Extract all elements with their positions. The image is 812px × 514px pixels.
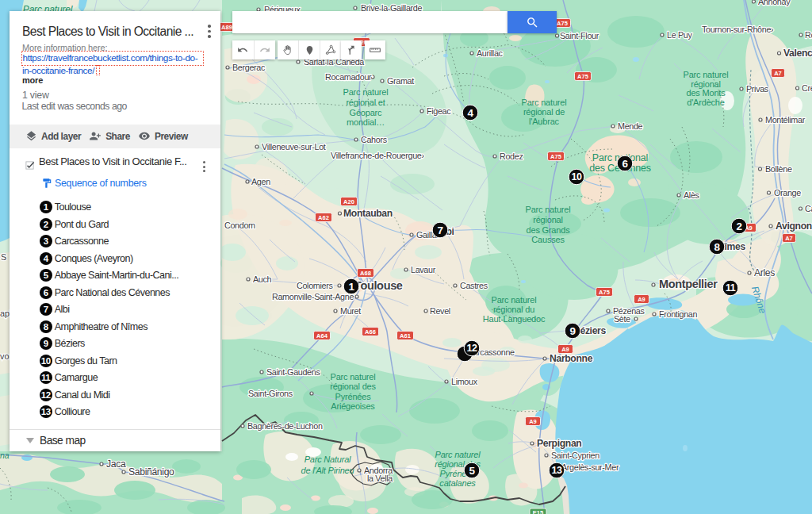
svg-text:A64: A64 xyxy=(316,332,328,339)
svg-text:Agen: Agen xyxy=(251,177,270,186)
svg-text:Géoparc: Géoparc xyxy=(350,108,382,117)
svg-text:Parc naturel: Parc naturel xyxy=(526,205,571,214)
svg-text:Causses: Causses xyxy=(531,235,565,244)
svg-text:Saint-Cyprien: Saint-Cyprien xyxy=(551,451,599,460)
svg-text:Saint-Gaudens: Saint-Gaudens xyxy=(266,367,320,377)
svg-text:A89: A89 xyxy=(221,24,232,31)
svg-text:12: 12 xyxy=(467,343,477,354)
svg-text:Villeneuve-sur-Lot: Villeneuve-sur-Lot xyxy=(262,142,326,152)
svg-text:Condom: Condom xyxy=(224,221,255,230)
svg-text:Figeac: Figeac xyxy=(427,106,451,116)
svg-text:Revel: Revel xyxy=(430,306,450,316)
svg-text:Toulouse: Toulouse xyxy=(354,279,403,292)
svg-text:Parc naturel: Parc naturel xyxy=(684,70,729,79)
svg-text:Alès: Alès xyxy=(684,190,700,200)
svg-text:Tournon-sur-Rhône›: Tournon-sur-Rhône› xyxy=(702,25,774,34)
svg-text:Privas: Privas xyxy=(746,84,769,94)
svg-text:Parc naturel: Parc naturel xyxy=(492,295,537,305)
svg-text:Montauban: Montauban xyxy=(343,208,393,219)
svg-text:A75: A75 xyxy=(599,289,610,296)
svg-text:Frontignan: Frontignan xyxy=(659,309,697,319)
svg-text:Lavaur: Lavaur xyxy=(411,265,436,274)
svg-text:8: 8 xyxy=(714,241,720,253)
svg-text:Limoux: Limoux xyxy=(451,377,478,386)
svg-text:na: na xyxy=(0,451,10,460)
svg-text:4: 4 xyxy=(467,107,473,119)
svg-text:Arles: Arles xyxy=(754,267,775,278)
svg-text:A20: A20 xyxy=(343,198,354,205)
svg-text:Bollène: Bollène xyxy=(765,164,792,174)
svg-text:Saint-Girons: Saint-Girons xyxy=(248,389,293,398)
svg-text:d'Ardèche: d'Ardèche xyxy=(687,98,724,107)
svg-text:Pyrénées: Pyrénées xyxy=(335,392,372,401)
svg-text:Ariégeoises: Ariégeoises xyxy=(331,401,375,411)
svg-text:A75: A75 xyxy=(577,73,588,80)
svg-text:Cahors: Cahors xyxy=(361,135,388,144)
svg-text:Sète: Sète xyxy=(614,314,630,324)
svg-text:Rocamadour: Rocamadour xyxy=(325,72,372,82)
svg-text:des Grands: des Grands xyxy=(527,225,571,235)
svg-text:régional du: régional du xyxy=(493,305,534,314)
svg-text:régional de: régional de xyxy=(523,107,565,117)
svg-text:Rodez: Rodez xyxy=(500,152,523,161)
svg-text:régional et: régional et xyxy=(346,98,385,107)
svg-text:Valence: Valence xyxy=(783,48,812,59)
svg-text:Parc Natural: Parc Natural xyxy=(304,455,351,464)
svg-text:Ramonville-Saint-Agne: Ramonville-Saint-Agne xyxy=(272,292,354,301)
svg-text:la Vella: la Vella xyxy=(367,474,393,483)
svg-text:Parc naturel: Parc naturel xyxy=(522,98,567,107)
svg-text:Annonay: Annonay xyxy=(758,0,791,6)
svg-text:Cre: Cre xyxy=(802,83,812,93)
svg-text:Gramat: Gramat xyxy=(387,76,414,86)
svg-text:Villefranche-de-Rouergue›: Villefranche-de-Rouergue› xyxy=(331,151,424,160)
svg-text:Parc naturel: Parc naturel xyxy=(331,372,376,382)
svg-text:Ca: Ca xyxy=(805,204,812,213)
svg-text:Parc naturel: Parc naturel xyxy=(435,450,481,459)
svg-text:A75: A75 xyxy=(557,20,568,27)
svg-text:A61: A61 xyxy=(400,332,411,339)
svg-text:A75: A75 xyxy=(550,153,561,160)
svg-text:Mende: Mende xyxy=(618,121,643,131)
svg-text:A9: A9 xyxy=(638,296,645,303)
svg-text:Jaca: Jaca xyxy=(106,458,126,470)
svg-text:E15: E15 xyxy=(533,509,543,514)
svg-text:A68: A68 xyxy=(360,270,371,277)
svg-text:11: 11 xyxy=(726,282,736,293)
svg-text:Le Puy: Le Puy xyxy=(667,30,692,40)
svg-text:mondial…: mondial… xyxy=(347,117,385,127)
svg-text:Montélimar: Montélimar xyxy=(765,115,806,125)
svg-text:2: 2 xyxy=(736,221,741,232)
svg-text:A7: A7 xyxy=(785,235,793,242)
svg-text:régional des: régional des xyxy=(330,382,376,391)
svg-text:Perpignan: Perpignan xyxy=(537,438,581,449)
svg-text:7: 7 xyxy=(437,224,442,236)
svg-text:A9: A9 xyxy=(529,418,537,425)
svg-text:l'Aubrac: l'Aubrac xyxy=(529,117,559,126)
svg-text:Narbonne: Narbonne xyxy=(550,353,593,364)
svg-text:Colomiers: Colomiers xyxy=(297,281,333,290)
svg-text:A66: A66 xyxy=(365,328,376,336)
svg-text:Montpellier: Montpellier xyxy=(659,278,718,290)
svg-text:Sabiñánigo: Sabiñánigo xyxy=(128,466,174,478)
svg-text:Parc naturel: Parc naturel xyxy=(343,87,389,97)
svg-text:Aurillac: Aurillac xyxy=(477,48,504,58)
svg-text:Orange: Orange xyxy=(774,188,801,198)
svg-text:Haut-Languedoc: Haut-Languedoc xyxy=(483,314,546,324)
svg-text:Bagnères-de-Luchon: Bagnères-de-Luchon xyxy=(247,421,323,431)
svg-text:A9: A9 xyxy=(561,346,569,353)
svg-text:Auch: Auch xyxy=(253,274,272,284)
svg-text:A7: A7 xyxy=(774,70,782,77)
svg-text:Argelès-sur-Mer: Argelès-sur-Mer xyxy=(561,462,619,472)
svg-text:10: 10 xyxy=(572,171,582,182)
svg-text:Saint-Flour: Saint-Flour xyxy=(560,31,599,40)
svg-text:6: 6 xyxy=(622,158,628,170)
svg-text:Bergerac: Bergerac xyxy=(232,63,266,72)
svg-text:Avignon: Avignon xyxy=(776,221,812,232)
svg-text:des Monts: des Monts xyxy=(687,88,726,98)
svg-text:5: 5 xyxy=(469,465,475,477)
svg-text:S: S xyxy=(1,252,6,262)
svg-text:1: 1 xyxy=(348,281,354,293)
svg-text:13: 13 xyxy=(552,465,562,476)
svg-text:catalanes: catalanes xyxy=(439,478,476,488)
svg-text:9: 9 xyxy=(569,325,575,337)
